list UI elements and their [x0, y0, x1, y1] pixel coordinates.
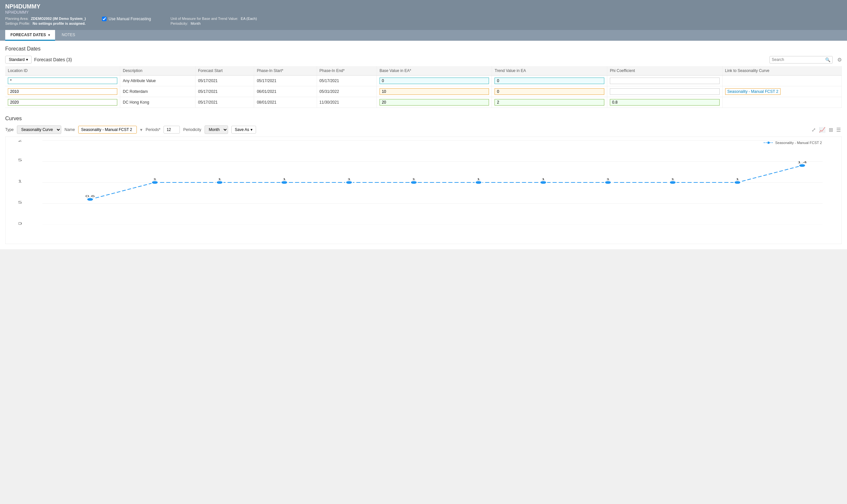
chart-view-icon[interactable]: 📈 [818, 126, 827, 134]
col-phi-coefficient: Phi Coefficient [607, 66, 723, 76]
svg-point-30 [411, 181, 417, 184]
chart-container: Seasonality - Manual FCST 2 0 0.5 1 1.5 … [5, 137, 842, 244]
use-manual-label: Use Manual Forecasting [108, 17, 151, 21]
svg-point-1 [767, 142, 770, 144]
svg-point-31 [475, 181, 482, 184]
col-forecast-start: Forecast Start [195, 66, 254, 76]
standard-button[interactable]: Standard ▾ [5, 56, 32, 64]
tab-bar: FORECAST DATES ▾ NOTES [0, 30, 847, 41]
svg-point-29 [346, 181, 353, 184]
svg-point-36 [799, 164, 806, 167]
periodicity-curves-label: Periodicity [183, 127, 201, 132]
col-phase-in-end: Phase-In End* [317, 66, 377, 76]
app-subtitle: NPI4DUMMY [5, 10, 842, 15]
svg-text:1: 1 [153, 177, 157, 181]
svg-point-35 [734, 181, 741, 184]
periods-input[interactable] [164, 126, 180, 133]
seasonality-link[interactable]: Seasonality - Manual FCST 2 [725, 88, 781, 95]
expand-icon[interactable]: ⤢ [811, 126, 817, 134]
col-trend-value: Trend Value in EA [492, 66, 607, 76]
periods-label: Periods* [146, 127, 160, 132]
tab-notes[interactable]: NOTES [56, 30, 80, 41]
svg-point-34 [669, 181, 676, 184]
save-as-label: Save As [235, 127, 249, 132]
svg-text:1: 1 [541, 177, 545, 181]
table-row: DC Hong Kong05/17/202108/01/202111/30/20… [5, 97, 842, 108]
svg-text:0.6: 0.6 [85, 194, 95, 198]
svg-text:1: 1 [19, 180, 22, 183]
svg-point-33 [605, 181, 611, 184]
settings-profile-value: No settings profile is assigned. [33, 21, 86, 25]
curves-toolbar: Type Seasonality Curve Name ▾ Periods* P… [5, 125, 842, 134]
svg-text:0.5: 0.5 [19, 200, 22, 204]
name-label: Name [65, 127, 75, 132]
col-description: Description [120, 66, 196, 76]
settings-profile-label: Settings Profile: [5, 21, 30, 25]
col-link-seasonality: Link to Seasonality Curve [722, 66, 842, 76]
search-input[interactable] [772, 57, 824, 62]
table-view-icon[interactable]: ⊞ [828, 126, 834, 134]
col-base-value: Base Value in EA* [377, 66, 492, 76]
svg-text:1: 1 [476, 177, 481, 181]
type-select[interactable]: Seasonality Curve [17, 125, 61, 134]
periodicity-value: Month [191, 21, 201, 25]
use-manual-forecasting[interactable]: Use Manual Forecasting [102, 17, 151, 21]
planning-area-value: ZDEMO2002 (IM Demo System_) [31, 17, 86, 20]
svg-text:0: 0 [19, 222, 22, 225]
col-phase-in-start: Phase-In Start* [254, 66, 317, 76]
tab-forecast-dates[interactable]: FORECAST DATES ▾ [5, 30, 55, 41]
svg-point-28 [281, 181, 288, 184]
search-box[interactable]: 🔍 [770, 56, 833, 64]
svg-point-27 [216, 181, 223, 184]
uom-value: EA (Each) [241, 17, 257, 20]
periodicity-row: Periodicity: Month [170, 21, 257, 25]
chart-legend: Seasonality - Manual FCST 2 [763, 141, 822, 145]
forecast-dates-table: Location ID Description Forecast Start P… [5, 66, 842, 108]
seasonality-chart: 0 0.5 1 1.5 2 1 2 3 4 5 6 7 8 9 [19, 140, 836, 225]
periodicity-label: Periodicity: [170, 21, 188, 25]
save-as-button[interactable]: Save As ▾ [231, 126, 256, 133]
planning-area-label: Planning Area: [5, 17, 29, 20]
settings-profile-row: Settings Profile: No settings profile is… [5, 21, 86, 25]
chevron-down-icon: ▾ [26, 57, 28, 62]
uom-label: Unit of Measure for Base and Trend Value… [170, 17, 238, 20]
main-content: Forecast Dates Standard ▾ Forecast Dates… [0, 41, 847, 249]
standard-label: Standard [9, 57, 25, 62]
col-location-id: Location ID [5, 66, 120, 76]
table-row: Any Attribute Value05/17/202105/17/20210… [5, 76, 842, 86]
type-label: Type [5, 127, 14, 132]
uom-row: Unit of Measure for Base and Trend Value… [170, 17, 257, 20]
save-as-arrow: ▾ [251, 127, 252, 132]
curves-section: Curves Type Seasonality Curve Name ▾ Per… [5, 116, 842, 244]
name-input[interactable] [78, 126, 137, 133]
search-icon: 🔍 [825, 57, 830, 62]
svg-text:1: 1 [283, 177, 286, 181]
svg-point-26 [151, 181, 158, 184]
svg-point-32 [540, 181, 547, 184]
svg-point-25 [87, 198, 93, 201]
svg-text:1: 1 [736, 177, 739, 181]
tab-arrow: ▾ [48, 33, 50, 37]
forecast-dates-title: Forecast Dates [5, 46, 842, 52]
svg-text:1: 1 [671, 177, 675, 181]
svg-text:1: 1 [412, 177, 416, 181]
app-title: NPI4DUMMY [5, 3, 842, 10]
planning-area-row: Planning Area: ZDEMO2002 (IM Demo System… [5, 17, 86, 20]
list-view-icon[interactable]: ☰ [835, 126, 842, 134]
table-toolbar: Standard ▾ Forecast Dates (3) 🔍 ⚙ [5, 56, 842, 64]
svg-text:1.4: 1.4 [797, 160, 807, 164]
name-dropdown-icon[interactable]: ▾ [140, 127, 142, 132]
svg-text:1: 1 [218, 177, 221, 181]
use-manual-checkbox[interactable] [102, 17, 107, 21]
curves-title: Curves [5, 116, 842, 122]
gear-icon[interactable]: ⚙ [837, 57, 842, 63]
svg-text:1: 1 [606, 177, 610, 181]
svg-text:1.5: 1.5 [19, 158, 22, 162]
table-row: DC Rotterdam05/17/202106/01/202105/31/20… [5, 86, 842, 97]
periodicity-curves-select[interactable]: Month [204, 125, 228, 134]
legend-label: Seasonality - Manual FCST 2 [775, 141, 822, 145]
svg-text:2: 2 [19, 140, 22, 142]
forecast-dates-count-label: Forecast Dates (3) [34, 57, 72, 62]
header-bar: NPI4DUMMY NPI4DUMMY Planning Area: ZDEMO… [0, 0, 847, 30]
svg-text:1: 1 [347, 177, 351, 181]
